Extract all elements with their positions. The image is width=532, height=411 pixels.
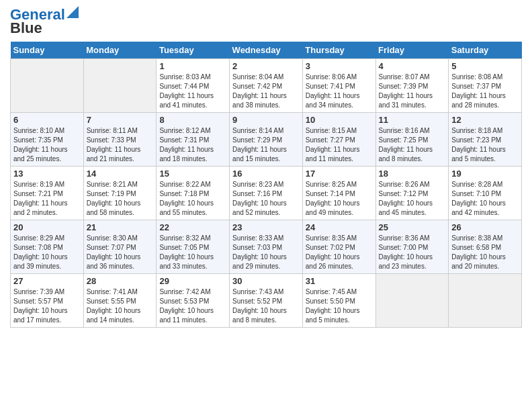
day-number: 16 [232,169,300,179]
calendar-cell: 25Sunrise: 8:36 AMSunset: 7:00 PMDayligh… [375,220,449,274]
day-number: 14 [87,169,154,179]
day-info: Sunrise: 8:04 AMSunset: 7:42 PMDaylight:… [232,73,300,110]
day-info: Sunrise: 7:42 AMSunset: 5:53 PMDaylight:… [159,287,226,325]
calendar-table: SundayMondayTuesdayWednesdayThursdayFrid… [10,42,522,328]
day-info: Sunrise: 8:11 AMSunset: 7:33 PMDaylight:… [87,126,154,164]
calendar-cell: 28Sunrise: 7:41 AMSunset: 5:55 PMDayligh… [83,274,157,328]
calendar-cell: 21Sunrise: 8:30 AMSunset: 7:07 PMDayligh… [83,220,157,274]
day-number: 11 [379,115,446,125]
day-info: Sunrise: 8:35 AMSunset: 7:02 PMDaylight:… [306,234,373,271]
day-number: 17 [306,169,373,179]
calendar-cell: 14Sunrise: 8:21 AMSunset: 7:19 PMDayligh… [83,167,157,220]
day-number: 9 [232,115,300,125]
calendar-cell: 8Sunrise: 8:12 AMSunset: 7:31 PMDaylight… [157,113,230,167]
calendar-cell: 7Sunrise: 8:11 AMSunset: 7:33 PMDaylight… [83,113,157,167]
week-row-4: 20Sunrise: 8:29 AMSunset: 7:08 PMDayligh… [11,220,522,274]
day-info: Sunrise: 8:33 AMSunset: 7:03 PMDaylight:… [232,234,300,271]
day-info: Sunrise: 8:08 AMSunset: 7:37 PMDaylight:… [451,73,519,110]
page-header: General Blue [10,7,522,36]
calendar-cell: 6Sunrise: 8:10 AMSunset: 7:35 PMDaylight… [11,113,84,167]
day-number: 2 [232,61,300,71]
week-row-2: 6Sunrise: 8:10 AMSunset: 7:35 PMDaylight… [11,113,522,167]
calendar-cell: 27Sunrise: 7:39 AMSunset: 5:57 PMDayligh… [11,274,84,328]
logo-arrow-icon [66,6,79,18]
day-info: Sunrise: 8:28 AMSunset: 7:10 PMDaylight:… [451,180,519,218]
day-number: 29 [159,276,226,286]
day-info: Sunrise: 8:21 AMSunset: 7:19 PMDaylight:… [87,180,154,218]
day-number: 5 [451,61,519,71]
day-number: 15 [159,169,226,179]
day-info: Sunrise: 8:03 AMSunset: 7:44 PMDaylight:… [159,73,226,110]
logo-text-line2: Blue [10,20,42,36]
day-info: Sunrise: 8:18 AMSunset: 7:23 PMDaylight:… [451,126,519,164]
day-number: 21 [87,222,154,232]
week-row-3: 13Sunrise: 8:19 AMSunset: 7:21 PMDayligh… [11,167,522,220]
day-info: Sunrise: 8:30 AMSunset: 7:07 PMDaylight:… [87,234,154,271]
day-number: 10 [306,115,373,125]
day-number: 6 [13,115,81,125]
day-number: 19 [451,169,519,179]
header-thursday: Thursday [302,42,375,59]
day-number: 30 [232,276,300,286]
calendar-cell: 24Sunrise: 8:35 AMSunset: 7:02 PMDayligh… [302,220,375,274]
header-wednesday: Wednesday [230,42,303,59]
header-saturday: Saturday [449,42,522,59]
calendar-cell: 11Sunrise: 8:16 AMSunset: 7:25 PMDayligh… [375,113,449,167]
day-number: 23 [232,222,300,232]
calendar-cell: 23Sunrise: 8:33 AMSunset: 7:03 PMDayligh… [230,220,303,274]
calendar-cell: 12Sunrise: 8:18 AMSunset: 7:23 PMDayligh… [449,113,522,167]
calendar-cell: 20Sunrise: 8:29 AMSunset: 7:08 PMDayligh… [11,220,84,274]
day-info: Sunrise: 8:36 AMSunset: 7:00 PMDaylight:… [379,234,446,271]
day-number: 7 [87,115,154,125]
calendar-cell: 13Sunrise: 8:19 AMSunset: 7:21 PMDayligh… [11,167,84,220]
calendar-cell: 30Sunrise: 7:43 AMSunset: 5:52 PMDayligh… [230,274,303,328]
week-row-1: 1Sunrise: 8:03 AMSunset: 7:44 PMDaylight… [11,59,522,113]
calendar-cell: 19Sunrise: 8:28 AMSunset: 7:10 PMDayligh… [449,167,522,220]
calendar-cell: 29Sunrise: 7:42 AMSunset: 5:53 PMDayligh… [157,274,230,328]
calendar-cell: 1Sunrise: 8:03 AMSunset: 7:44 PMDaylight… [157,59,230,113]
header-row: SundayMondayTuesdayWednesdayThursdayFrid… [11,42,522,59]
header-monday: Monday [83,42,157,59]
week-row-5: 27Sunrise: 7:39 AMSunset: 5:57 PMDayligh… [11,274,522,328]
calendar-cell: 26Sunrise: 8:38 AMSunset: 6:58 PMDayligh… [449,220,522,274]
day-number: 26 [451,222,519,232]
calendar-cell [83,59,157,113]
day-number: 22 [159,222,226,232]
day-number: 31 [306,276,373,286]
day-number: 18 [379,169,446,179]
calendar-cell: 31Sunrise: 7:45 AMSunset: 5:50 PMDayligh… [302,274,375,328]
calendar-cell: 18Sunrise: 8:26 AMSunset: 7:12 PMDayligh… [375,167,449,220]
day-number: 25 [379,222,446,232]
day-info: Sunrise: 8:38 AMSunset: 6:58 PMDaylight:… [451,234,519,271]
day-number: 13 [13,169,81,179]
calendar-cell: 2Sunrise: 8:04 AMSunset: 7:42 PMDaylight… [230,59,303,113]
day-info: Sunrise: 8:16 AMSunset: 7:25 PMDaylight:… [379,126,446,164]
calendar-cell [449,274,522,328]
svg-marker-0 [66,6,79,18]
calendar-cell [11,59,84,113]
calendar-cell: 9Sunrise: 8:14 AMSunset: 7:29 PMDaylight… [230,113,303,167]
day-info: Sunrise: 7:43 AMSunset: 5:52 PMDaylight:… [232,287,300,325]
day-number: 8 [159,115,226,125]
day-number: 12 [451,115,519,125]
day-info: Sunrise: 8:29 AMSunset: 7:08 PMDaylight:… [13,234,81,271]
day-info: Sunrise: 8:15 AMSunset: 7:27 PMDaylight:… [306,126,373,164]
header-sunday: Sunday [11,42,84,59]
calendar-cell: 5Sunrise: 8:08 AMSunset: 7:37 PMDaylight… [449,59,522,113]
day-info: Sunrise: 8:25 AMSunset: 7:14 PMDaylight:… [306,180,373,218]
day-info: Sunrise: 8:07 AMSunset: 7:39 PMDaylight:… [379,73,446,110]
calendar-cell: 17Sunrise: 8:25 AMSunset: 7:14 PMDayligh… [302,167,375,220]
day-info: Sunrise: 8:19 AMSunset: 7:21 PMDaylight:… [13,180,81,218]
calendar-cell: 4Sunrise: 8:07 AMSunset: 7:39 PMDaylight… [375,59,449,113]
day-info: Sunrise: 8:10 AMSunset: 7:35 PMDaylight:… [13,126,81,164]
day-info: Sunrise: 8:06 AMSunset: 7:41 PMDaylight:… [306,73,373,110]
calendar-cell: 10Sunrise: 8:15 AMSunset: 7:27 PMDayligh… [302,113,375,167]
day-info: Sunrise: 8:14 AMSunset: 7:29 PMDaylight:… [232,126,300,164]
day-number: 28 [87,276,154,286]
day-number: 3 [306,61,373,71]
day-info: Sunrise: 8:26 AMSunset: 7:12 PMDaylight:… [379,180,446,218]
header-tuesday: Tuesday [157,42,230,59]
day-number: 24 [306,222,373,232]
day-number: 1 [159,61,226,71]
calendar-cell: 15Sunrise: 8:22 AMSunset: 7:18 PMDayligh… [157,167,230,220]
